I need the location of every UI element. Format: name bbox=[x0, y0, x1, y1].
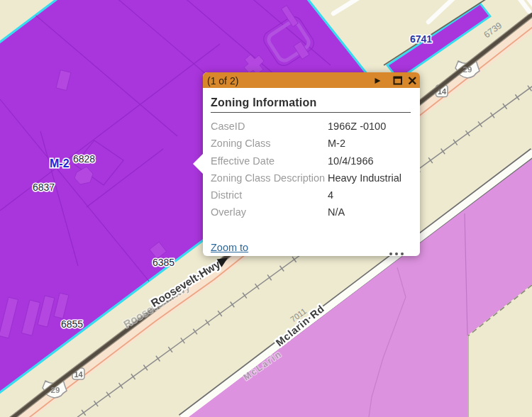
svg-text:14: 14 bbox=[438, 87, 447, 96]
svg-text:M-2: M-2 bbox=[50, 157, 70, 169]
svg-text:14: 14 bbox=[74, 370, 83, 379]
svg-text:6837: 6837 bbox=[33, 182, 55, 193]
svg-text:29: 29 bbox=[463, 65, 472, 74]
svg-text:6741: 6741 bbox=[410, 33, 432, 45]
svg-text:6855: 6855 bbox=[61, 318, 83, 330]
svg-text:6828: 6828 bbox=[73, 153, 95, 165]
svg-text:29: 29 bbox=[51, 386, 60, 394]
svg-text:6385: 6385 bbox=[153, 257, 174, 268]
